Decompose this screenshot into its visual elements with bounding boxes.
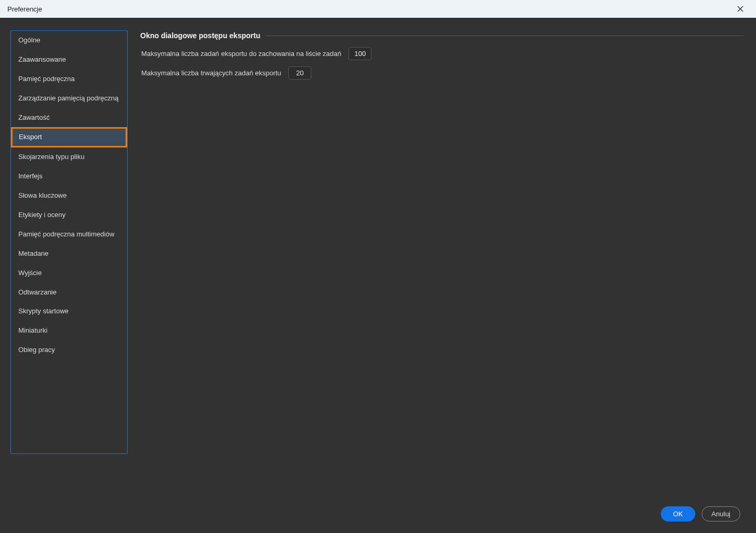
cancel-button[interactable]: Anuluj [702,506,740,521]
sidebar-item-label: Skrypty startowe [18,307,69,316]
close-icon [737,6,743,12]
sidebar-item-label: Skojarzenia typu pliku [18,153,84,162]
close-button[interactable] [730,0,751,18]
sidebar-item-label: Interfejs [18,172,42,181]
sidebar-item-interface[interactable]: Interfejs [11,167,127,186]
sidebar-item-label: Miniaturki [18,326,48,335]
sidebar-item-workflow[interactable]: Obieg pracy [11,341,127,360]
main-content: Okno dialogowe postępu eksportu Maksymal… [140,30,743,520]
setting-row-max-export-keep: Maksymalna liczba zadań eksportu do zach… [140,47,743,60]
dialog-footer: OK Anuluj [661,506,740,521]
sidebar-item-playback[interactable]: Odtwarzanie [11,283,127,302]
sidebar-item-cache-management[interactable]: Zarządzanie pamięcią podręczną [11,89,127,108]
setting-row-max-concurrent-export: Maksymalna liczba trwających zadań ekspo… [140,66,743,80]
sidebar-item-label: Zarządzanie pamięcią podręczną [18,94,119,103]
dialog-title: Preferencje [7,5,42,13]
ok-button[interactable]: OK [661,506,695,521]
sidebar-item-label: Ogólne [18,36,40,45]
sidebar-item-label: Słowa kluczowe [18,191,67,200]
max-export-keep-input[interactable] [348,47,371,60]
sidebar-item-label: Metadane [18,250,49,258]
setting-label: Maksymalna liczba trwających zadań ekspo… [141,69,281,77]
sidebar-item-keywords[interactable]: Słowa kluczowe [11,186,127,206]
sidebar-item-output[interactable]: Wyjście [11,264,127,283]
sidebar-item-label: Etykiety i oceny [18,211,65,220]
sidebar-item-file-type-associations[interactable]: Skojarzenia typu pliku [11,148,127,167]
sidebar-item-label: Pamięć podręczna [18,75,75,84]
section-divider [266,36,743,36]
sidebar-item-general[interactable]: Ogólne [11,31,127,50]
sidebar-item-label: Zaawansowane [18,55,66,64]
sidebar-item-label: Odtwarzanie [18,288,57,297]
max-concurrent-export-input[interactable] [288,66,311,80]
sidebar-item-label: Eksport [19,133,42,142]
sidebar-item-label: Obieg pracy [18,346,55,355]
sidebar-item-labels-ratings[interactable]: Etykiety i oceny [11,206,127,225]
dialog-body: Ogólne Zaawansowane Pamięć podręczna Zar… [0,18,756,533]
sidebar-item-metadata[interactable]: Metadane [11,244,127,264]
sidebar-item-cache[interactable]: Pamięć podręczna [11,70,127,89]
section-header: Okno dialogowe postępu eksportu [140,31,743,40]
sidebar-item-thumbnails[interactable]: Miniaturki [11,321,127,341]
sidebar-item-media-cache[interactable]: Pamięć podręczna multimediów [11,225,127,244]
setting-label: Maksymalna liczba zadań eksportu do zach… [141,50,341,58]
section-title: Okno dialogowe postępu eksportu [140,31,260,40]
sidebar-item-label: Zawartość [18,114,50,122]
titlebar: Preferencje [0,0,756,18]
category-sidebar: Ogólne Zaawansowane Pamięć podręczna Zar… [10,30,128,454]
sidebar-item-content[interactable]: Zawartość [11,108,127,128]
sidebar-item-export[interactable]: Eksport [11,127,127,148]
sidebar-item-startup-scripts[interactable]: Skrypty startowe [11,302,127,321]
sidebar-item-advanced[interactable]: Zaawansowane [11,50,127,70]
sidebar-item-label: Pamięć podręczna multimediów [18,230,115,239]
sidebar-item-label: Wyjście [18,269,42,278]
